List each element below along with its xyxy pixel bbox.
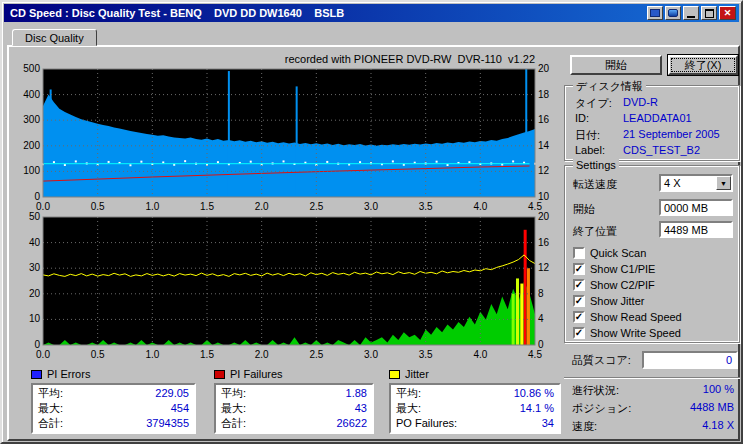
- window-title: CD Speed : Disc Quality Test - BENQ DVD …: [4, 7, 344, 19]
- separator: [564, 377, 740, 379]
- checkbox-quick-scan[interactable]: Quick Scan: [573, 246, 735, 260]
- checkbox-box[interactable]: [573, 247, 585, 259]
- jitter-legend-swatch: [389, 370, 400, 379]
- svg-text:200: 200: [23, 140, 40, 151]
- progress-row: 進行状況: 100 %: [564, 383, 740, 399]
- utility-icon: [650, 9, 660, 17]
- disc-info-group: ディスク情報 タイプ:DVD-R ID:LEADDATA01 日付:21 Sep…: [564, 85, 740, 161]
- checkbox-box[interactable]: ✓: [573, 279, 585, 291]
- svg-text:12: 12: [538, 165, 550, 176]
- disc-type-label: タイプ:: [575, 96, 623, 110]
- svg-text:0.0: 0.0: [36, 349, 50, 360]
- stat-value: 229.05: [155, 386, 189, 401]
- checkbox-show-write-speed[interactable]: ✓ Show Write Speed: [573, 326, 735, 340]
- stat-value: 34: [542, 416, 554, 431]
- stat-label: 平均:: [221, 386, 246, 401]
- checkbox-box[interactable]: ✓: [573, 295, 585, 307]
- stat-value: 43: [355, 401, 367, 416]
- svg-text:16: 16: [538, 237, 550, 248]
- checkbox-show-jitter[interactable]: ✓ Show Jitter: [573, 294, 735, 308]
- svg-text:400: 400: [23, 89, 40, 100]
- checkmark-icon: ✓: [575, 313, 583, 321]
- checkbox-box[interactable]: ✓: [573, 311, 585, 323]
- stat-value: 26622: [336, 416, 367, 431]
- stat-value: 454: [171, 401, 189, 416]
- svg-text:20: 20: [538, 211, 550, 222]
- start-button[interactable]: 開始: [570, 55, 662, 75]
- checkbox-label: Quick Scan: [590, 247, 646, 259]
- maximize-button[interactable]: [701, 6, 717, 20]
- maximize-icon: [705, 9, 714, 18]
- checkbox-label: Show Jitter: [590, 295, 644, 307]
- svg-text:14: 14: [538, 140, 550, 151]
- svg-text:18: 18: [538, 89, 550, 100]
- speed-label: 転送速度: [573, 177, 617, 192]
- checkmark-icon: ✓: [575, 281, 583, 289]
- svg-text:16: 16: [538, 114, 550, 125]
- svg-text:40: 40: [29, 237, 41, 248]
- stat-group-title: PI Failures: [230, 368, 283, 380]
- disc-id-label: ID:: [575, 112, 623, 126]
- titlebar-extra-button-2[interactable]: [665, 6, 681, 20]
- disc-id-value: LEADDATA01: [623, 112, 692, 126]
- stat-label: 最大:: [38, 401, 63, 416]
- tab-disc-quality[interactable]: Disc Quality: [12, 29, 97, 46]
- speed-select-value: 4 X: [661, 176, 716, 190]
- checkbox-show-c1-pie[interactable]: ✓ Show C1/PIE: [573, 262, 735, 276]
- stat-group-title: Jitter: [405, 368, 429, 380]
- titlebar-extra-button-1[interactable]: [647, 6, 663, 20]
- stat-label: 合計:: [38, 416, 63, 431]
- checkmark-icon: ✓: [575, 297, 583, 305]
- speed-value: 4.18 X: [702, 419, 734, 431]
- svg-text:0.5: 0.5: [91, 349, 105, 360]
- disc-label-label: Label:: [575, 144, 623, 158]
- svg-text:2.0: 2.0: [255, 349, 269, 360]
- titlebar-buttons: ✕: [647, 6, 739, 20]
- speed-select[interactable]: 4 X ▼: [659, 174, 733, 192]
- svg-text:20: 20: [29, 288, 41, 299]
- quality-score-label: 品質スコア:: [572, 353, 631, 368]
- checkbox-show-c2-pif[interactable]: ✓ Show C2/PIF: [573, 278, 735, 292]
- svg-text:100: 100: [23, 165, 40, 176]
- stat-box: 平均:229.05 最大:454 合計:3794355: [31, 383, 196, 434]
- control-column: 開始 終了(X) ディスク情報 タイプ:DVD-R ID:LEADDATA01 …: [562, 51, 742, 441]
- stat-value: 10.86 %: [514, 386, 554, 401]
- start-position-label: 開始: [573, 202, 595, 217]
- start-position-input[interactable]: [659, 199, 733, 216]
- exit-button[interactable]: 終了(X): [668, 55, 738, 75]
- svg-text:30: 30: [29, 262, 41, 273]
- checkbox-box[interactable]: ✓: [573, 263, 585, 275]
- checkbox-show-read-speed[interactable]: ✓ Show Read Speed: [573, 310, 735, 324]
- checkbox-box[interactable]: ✓: [573, 327, 585, 339]
- svg-text:3.0: 3.0: [364, 349, 378, 360]
- svg-text:3.5: 3.5: [419, 349, 433, 360]
- quality-score-row: 品質スコア: 0: [564, 351, 742, 369]
- progress-label: 進行状況:: [572, 383, 619, 398]
- minimize-icon: [687, 16, 695, 18]
- settings-group: Settings 転送速度 4 X ▼ 開始 終了位置 Quick Scan ✓…: [564, 165, 740, 343]
- position-label: ポジション:: [572, 401, 631, 416]
- pi-failures-stats: PI Failures 平均:1.88 最大:43 合計:26622: [214, 367, 374, 434]
- stat-label: 最大:: [396, 401, 421, 416]
- svg-text:20: 20: [538, 63, 550, 74]
- stat-label: 最大:: [221, 401, 246, 416]
- end-position-label: 終了位置: [573, 224, 617, 239]
- position-row: ポジション: 4488 MB: [564, 401, 740, 417]
- minimize-button[interactable]: [683, 6, 699, 20]
- svg-text:4.0: 4.0: [473, 349, 487, 360]
- chevron-down-icon[interactable]: ▼: [716, 176, 731, 190]
- close-button[interactable]: ✕: [719, 6, 736, 20]
- end-position-input[interactable]: [659, 221, 733, 238]
- disc-date-value: 21 September 2005: [623, 128, 720, 142]
- checkbox-label: Show C2/PIF: [590, 279, 655, 291]
- svg-text:1.5: 1.5: [200, 349, 214, 360]
- pi-failures-jitter-chart: 504030201002016128400.00.51.01.52.02.53.…: [17, 211, 557, 361]
- stat-label: 平均:: [396, 386, 421, 401]
- position-value: 4488 MB: [690, 401, 734, 413]
- quality-score-value: 0: [642, 351, 738, 369]
- stat-group-title: PI Errors: [47, 368, 90, 380]
- svg-text:300: 300: [23, 114, 40, 125]
- pi-errors-stats: PI Errors 平均:229.05 最大:454 合計:3794355: [31, 367, 196, 434]
- stat-box: 平均:10.86 % 最大:14.1 % PO Failures:34: [389, 383, 561, 434]
- title-bar[interactable]: CD Speed : Disc Quality Test - BENQ DVD …: [4, 4, 739, 22]
